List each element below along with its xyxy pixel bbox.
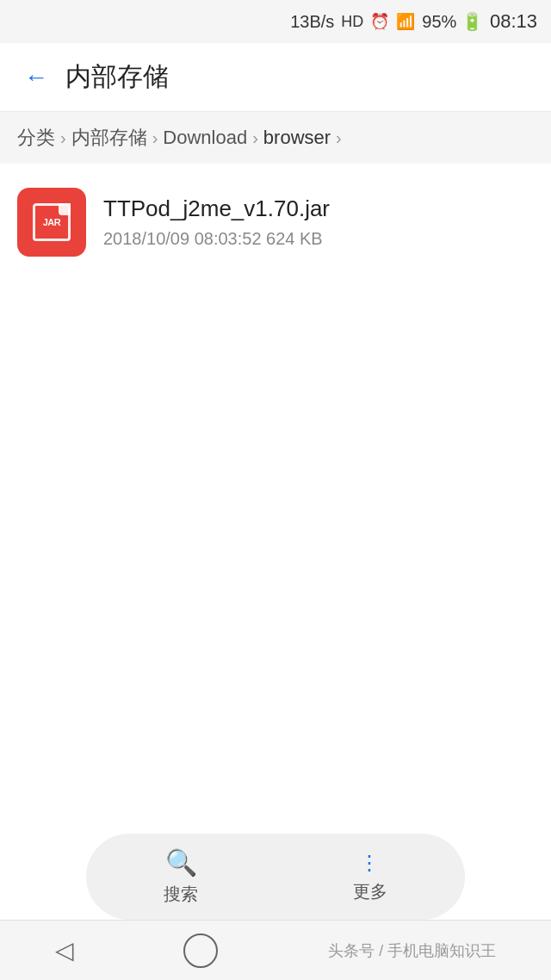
nav-watermark: 头条号 / 手机电脑知识王: [328, 940, 496, 961]
bottom-action-bar: 🔍 搜索 ⋮ 更多: [86, 834, 465, 920]
back-arrow-icon: ←: [24, 64, 48, 91]
more-icon: ⋮: [359, 851, 381, 875]
signal-icon: 📶: [396, 12, 415, 31]
file-info: TTPod_j2me_v1.70.jar 2018/10/09 08:03:52…: [103, 195, 534, 249]
breadcrumb-item-4[interactable]: browser: [263, 127, 331, 149]
watermark-text: 头条号 / 手机电脑知识王: [328, 942, 496, 959]
alarm-icon: ⏰: [370, 12, 389, 31]
breadcrumb-item-3[interactable]: Download: [163, 127, 247, 149]
back-button[interactable]: ←: [17, 59, 55, 96]
file-type-label: JAR: [43, 217, 61, 227]
file-list: JAR TTPod_j2me_v1.70.jar 2018/10/09 08:0…: [0, 164, 551, 281]
breadcrumb-arrow-1: ›: [60, 128, 66, 148]
file-name: TTPod_j2me_v1.70.jar: [103, 195, 534, 222]
search-icon: 🔍: [165, 847, 197, 878]
clock: 08:13: [490, 10, 537, 33]
battery-indicator: 95% 🔋: [422, 11, 483, 32]
more-label: 更多: [353, 880, 387, 903]
network-speed: 13B/s: [290, 12, 334, 32]
search-button[interactable]: 🔍 搜索: [138, 839, 224, 915]
breadcrumb-item-1[interactable]: 分类: [17, 125, 55, 151]
header: ← 内部存储: [0, 43, 551, 112]
more-button[interactable]: ⋮ 更多: [327, 842, 413, 912]
file-meta: 2018/10/09 08:03:52 624 KB: [103, 229, 534, 249]
breadcrumb: 分类 › 内部存储 › Download › browser ›: [0, 112, 551, 164]
search-label: 搜索: [164, 883, 198, 906]
nav-home-button[interactable]: [183, 933, 218, 968]
nav-back-button[interactable]: ◁: [55, 936, 74, 964]
nav-back-icon: ◁: [55, 937, 74, 964]
breadcrumb-arrow-4: ›: [336, 128, 342, 148]
hd-icon: HD: [341, 13, 363, 31]
nav-bar: ◁ 头条号 / 手机电脑知识王: [0, 920, 551, 980]
file-icon-inner: JAR: [33, 203, 71, 241]
list-item[interactable]: JAR TTPod_j2me_v1.70.jar 2018/10/09 08:0…: [0, 172, 551, 272]
file-icon: JAR: [17, 188, 86, 257]
status-bar: 13B/s HD ⏰ 📶 95% 🔋 08:13: [0, 0, 551, 43]
breadcrumb-arrow-3: ›: [252, 128, 258, 148]
breadcrumb-item-2[interactable]: 内部存储: [71, 125, 147, 151]
page-title: 内部存储: [65, 59, 169, 95]
breadcrumb-arrow-2: ›: [152, 128, 158, 148]
